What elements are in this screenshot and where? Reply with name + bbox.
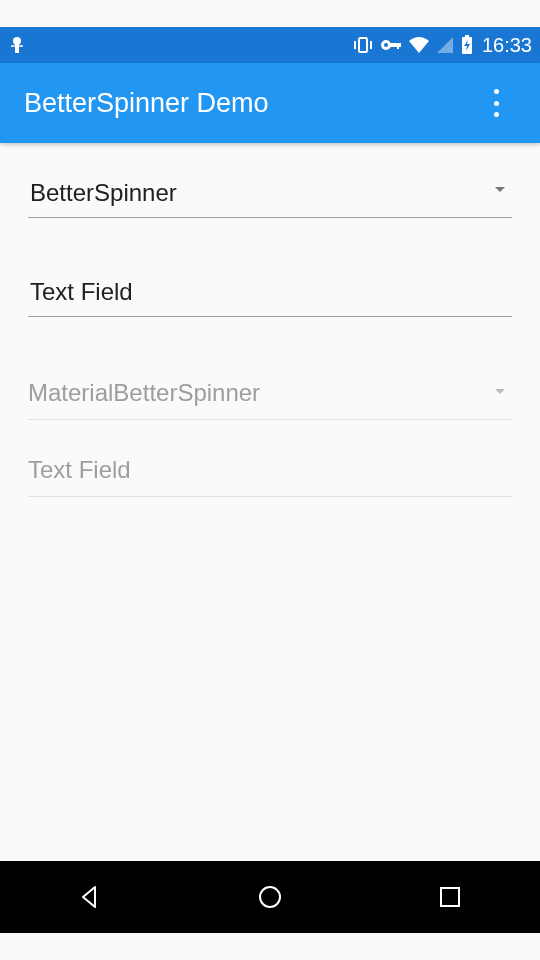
spinner-value: BetterSpinner xyxy=(28,173,512,218)
nav-back-button[interactable] xyxy=(45,872,135,922)
text-field-1[interactable] xyxy=(28,272,512,317)
svg-rect-9 xyxy=(390,43,401,47)
material-spinner-placeholder: MaterialBetterSpinner xyxy=(28,371,512,420)
svg-rect-1 xyxy=(15,44,19,53)
back-icon xyxy=(75,882,105,912)
svg-rect-12 xyxy=(465,35,469,38)
svg-point-0 xyxy=(13,37,21,45)
text-input-1[interactable] xyxy=(28,272,512,317)
svg-rect-10 xyxy=(397,43,399,49)
vpn-key-icon xyxy=(380,38,402,52)
status-bar: 16:33 xyxy=(0,27,540,63)
text-input-2[interactable] xyxy=(28,448,512,497)
nav-home-button[interactable] xyxy=(225,872,315,922)
app-bar: BetterSpinner Demo xyxy=(0,63,540,143)
signal-icon xyxy=(436,36,454,54)
status-left xyxy=(8,35,352,55)
status-time: 16:33 xyxy=(482,34,532,57)
device-screen: 16:33 BetterSpinner Demo BetterSpinner xyxy=(0,0,540,960)
home-icon xyxy=(255,882,285,912)
navigation-bar xyxy=(0,861,540,933)
svg-rect-4 xyxy=(359,38,367,52)
svg-rect-14 xyxy=(441,888,459,906)
battery-charging-icon xyxy=(460,35,474,55)
material-better-spinner-field[interactable]: MaterialBetterSpinner xyxy=(28,371,512,420)
recent-icon xyxy=(437,884,463,910)
better-spinner-field[interactable]: BetterSpinner xyxy=(28,173,512,218)
material-text-field[interactable] xyxy=(28,448,512,497)
svg-point-13 xyxy=(260,887,280,907)
vibrate-icon xyxy=(352,35,374,55)
status-right: 16:33 xyxy=(352,34,532,57)
nav-recent-button[interactable] xyxy=(405,872,495,922)
app-viewport: 16:33 BetterSpinner Demo BetterSpinner xyxy=(0,27,540,933)
more-vert-icon xyxy=(494,89,499,117)
overflow-menu-button[interactable] xyxy=(476,83,516,123)
wifi-icon xyxy=(408,36,430,54)
svg-point-8 xyxy=(384,43,388,47)
content-area: BetterSpinner MaterialBetterSpinner xyxy=(0,143,540,861)
app-title: BetterSpinner Demo xyxy=(24,88,476,119)
debug-icon xyxy=(8,35,26,55)
